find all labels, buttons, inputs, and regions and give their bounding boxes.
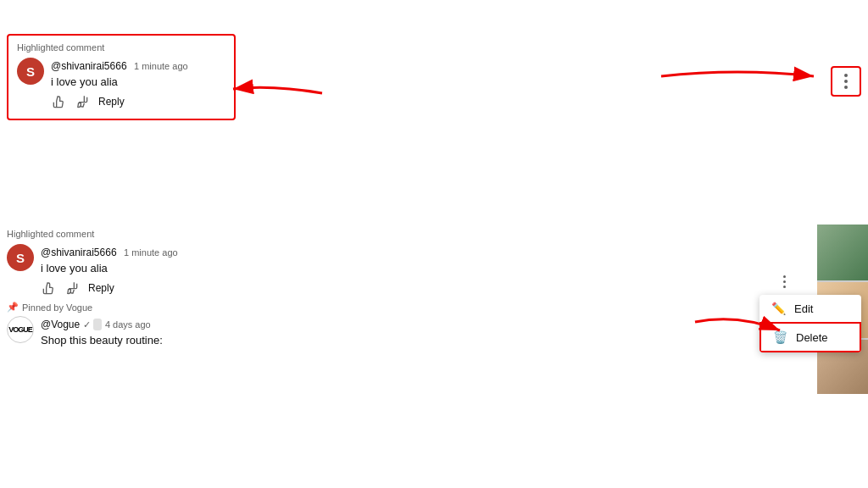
edit-label: Edit bbox=[794, 302, 813, 315]
like-button-bottom[interactable] bbox=[41, 280, 58, 297]
delete-label: Delete bbox=[796, 331, 828, 344]
comment-text-top: i love you alia bbox=[51, 75, 225, 88]
pinned-label: Pinned by Vogue bbox=[22, 302, 92, 313]
dislike-button-bottom[interactable] bbox=[63, 280, 80, 297]
vogue-comment-body: @Vogue ✓ 4 days ago Shop this beauty rou… bbox=[41, 316, 261, 352]
edit-icon: ✏️ bbox=[771, 302, 786, 315]
avatar-top: S bbox=[17, 58, 44, 85]
comment-actions-bottom: Reply bbox=[41, 280, 261, 297]
dot-b1 bbox=[783, 275, 786, 278]
vogue-avatar: VOGUE bbox=[7, 316, 34, 343]
dot-b2 bbox=[783, 280, 786, 283]
comment-author-top: @shivanirai5666 bbox=[51, 60, 127, 72]
edit-menu-item[interactable]: ✏️ Edit bbox=[760, 295, 861, 322]
like-button-top[interactable] bbox=[51, 93, 68, 110]
vogue-time: 4 days ago bbox=[105, 319, 151, 330]
vogue-handle: @Vogue ✓ bbox=[41, 319, 102, 330]
three-dot-menu-bottom[interactable] bbox=[772, 269, 796, 293]
highlighted-comment-top: Highlighted comment S @shivanirai5666 1 … bbox=[7, 34, 236, 120]
highlighted-label-bottom: Highlighted comment bbox=[7, 229, 261, 239]
three-dot-dots-bottom bbox=[783, 275, 786, 288]
comment-actions-top: Reply bbox=[51, 93, 225, 110]
three-dot-dots-top bbox=[844, 74, 848, 89]
comment-section-bottom: Highlighted comment S @shivanirai5666 1 … bbox=[7, 229, 261, 352]
delete-menu-item[interactable]: 🗑️ Delete bbox=[760, 322, 861, 352]
avatar-bottom: S bbox=[7, 244, 34, 271]
reply-button-top[interactable]: Reply bbox=[95, 94, 128, 109]
context-menu: ✏️ Edit 🗑️ Delete bbox=[760, 295, 861, 352]
reply-button-bottom[interactable]: Reply bbox=[85, 280, 118, 296]
comment-text-bottom: i love you alia bbox=[41, 262, 261, 274]
vogue-comment-text: Shop this beauty routine: bbox=[41, 334, 261, 347]
vogue-badge bbox=[93, 319, 102, 330]
comment-time-bottom: 1 minute ago bbox=[124, 247, 178, 258]
comment-body-bottom: @shivanirai5666 1 minute ago i love you … bbox=[41, 244, 261, 297]
sidebar-thumbnail-1 bbox=[817, 225, 868, 280]
dot-b3 bbox=[783, 286, 786, 288]
vogue-comment-row: VOGUE @Vogue ✓ 4 days ago Shop this beau… bbox=[7, 316, 261, 352]
verified-icon: ✓ bbox=[83, 319, 91, 330]
pin-icon: 📌 bbox=[7, 302, 19, 313]
pinned-row: 📌 Pinned by Vogue bbox=[7, 302, 261, 313]
dot3 bbox=[844, 86, 848, 89]
delete-icon: 🗑️ bbox=[773, 330, 787, 344]
dislike-button-top[interactable] bbox=[73, 93, 90, 110]
dot2 bbox=[844, 80, 848, 83]
dot1 bbox=[844, 74, 848, 77]
comment-time-top: 1 minute ago bbox=[134, 61, 188, 71]
highlighted-label-top: Highlighted comment bbox=[17, 42, 225, 53]
three-dot-menu-top[interactable] bbox=[831, 66, 861, 97]
comment-body-top: @shivanirai5666 1 minute ago i love you … bbox=[51, 58, 225, 110]
comment-author-bottom: @shivanirai5666 bbox=[41, 247, 117, 258]
